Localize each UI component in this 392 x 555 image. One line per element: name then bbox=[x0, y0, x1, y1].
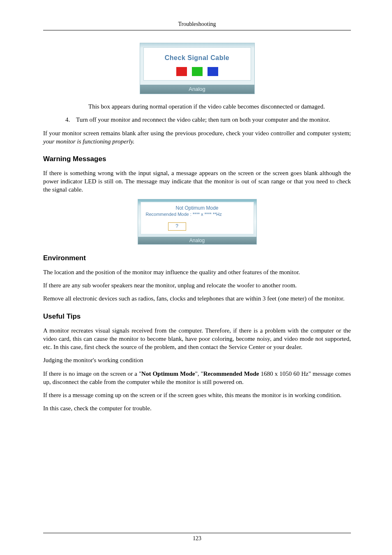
post-list-paragraph: If your monitor screen remains blank aft… bbox=[43, 129, 351, 146]
figure1-rgb-squares bbox=[144, 67, 251, 76]
header-rule bbox=[43, 30, 351, 30]
figure2-question-box: ? bbox=[168, 222, 186, 231]
figure1-caption: This box appears during normal operation… bbox=[88, 102, 351, 111]
figure1-footer: Analog bbox=[140, 85, 254, 94]
heading-environment: Environment bbox=[43, 254, 351, 263]
heading-useful-tips: Useful Tips bbox=[43, 312, 351, 321]
blue-square-icon bbox=[208, 67, 218, 76]
figure2-line2: Recommended Mode : **** x **** **Hz bbox=[143, 211, 251, 217]
tips-p3: If there is no image on the screen or a … bbox=[43, 370, 351, 386]
figure2-footer: Analog bbox=[138, 237, 256, 244]
tips-p4: If there is a message coming up on the s… bbox=[43, 391, 351, 399]
list-item-4-text: Turn off your monitor and reconnect the … bbox=[76, 116, 330, 123]
tips-p5: In this case, check the computer for tro… bbox=[43, 404, 351, 412]
figure-not-optimum: Not Optimum Mode Recommended Mode : ****… bbox=[43, 199, 351, 245]
tips-p1: A monitor recreates visual signals recei… bbox=[43, 326, 351, 352]
list-item-4: 4.Turn off your monitor and reconnect th… bbox=[76, 116, 351, 124]
tips-p2: Judging the monitor's working condition bbox=[43, 356, 351, 364]
heading-warning-messages: Warning Messages bbox=[43, 155, 351, 164]
page-number: 123 bbox=[193, 535, 201, 541]
env-p2: If there are any sub woofer speakers nea… bbox=[43, 281, 351, 289]
env-p3: Remove all electronic devices such as ra… bbox=[43, 294, 351, 303]
green-square-icon bbox=[192, 67, 203, 76]
figure2-line1: Not Optimum Mode bbox=[143, 205, 251, 211]
page-footer: 123 bbox=[43, 530, 351, 543]
warning-paragraph: If there is something wrong with the inp… bbox=[43, 169, 351, 194]
page-header: Troubleshooting bbox=[43, 21, 351, 30]
figure1-title: Check Signal Cable bbox=[144, 53, 251, 62]
red-square-icon bbox=[176, 67, 187, 76]
list-item-marker: 4. bbox=[65, 116, 76, 124]
figure-check-signal: Check Signal Cable Analog bbox=[43, 43, 351, 94]
env-p1: The location and the position of the mon… bbox=[43, 268, 351, 276]
